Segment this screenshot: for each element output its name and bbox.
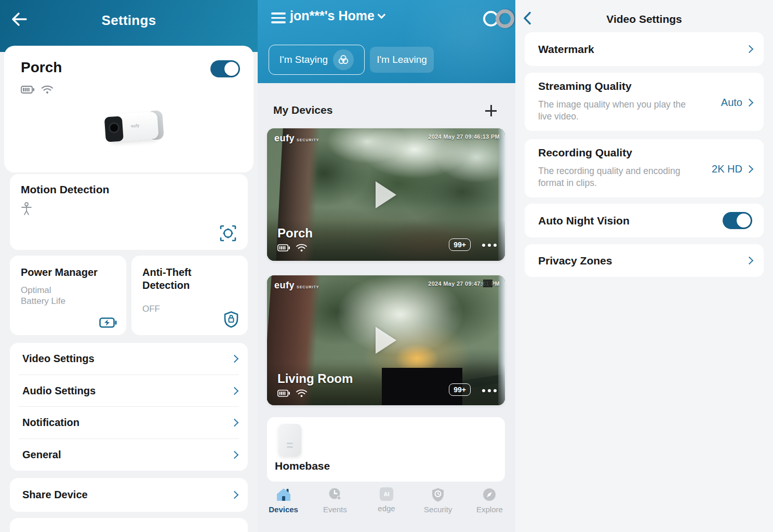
share-device-card: Share Device — [10, 478, 248, 512]
more-options-icon[interactable] — [482, 244, 497, 247]
share-thoughts-card: Share Your Thoughts — [10, 518, 248, 532]
battery-icon — [277, 390, 290, 397]
explore-compass-icon — [482, 487, 497, 502]
nav-tab-security[interactable]: Security — [412, 483, 464, 525]
settings-header: Settings — [0, 0, 258, 52]
battery-bolt-icon — [99, 317, 117, 328]
events-clock-icon — [328, 487, 342, 502]
auto-night-vision-row: Auto Night Vision — [525, 204, 764, 237]
event-count-badge[interactable]: 99+ — [449, 238, 471, 251]
wifi-icon — [296, 389, 307, 397]
device-summary-card: Porch eufy — [4, 46, 254, 172]
shield-lock-icon — [224, 311, 238, 328]
event-count-badge[interactable]: 99+ — [449, 383, 471, 396]
recording-quality-value[interactable]: 2K HD — [712, 163, 752, 175]
home-panel: jon***'s Home I'm Staying I'm Leaving — [258, 0, 515, 532]
app-screenshot: Settings Porch — [0, 0, 773, 532]
battery-icon — [277, 244, 290, 251]
security-shield-icon — [431, 487, 445, 502]
home-name: jon***'s Home — [290, 8, 375, 23]
anti-theft-card[interactable]: Anti-Theft Detection OFF — [131, 256, 248, 335]
anti-theft-status: OFF — [142, 303, 160, 314]
power-manager-subtitle-1: Optimal — [21, 285, 51, 296]
detection-zone-icon[interactable] — [220, 225, 236, 242]
privacy-zones-row[interactable]: Privacy Zones — [525, 244, 764, 277]
nav-tab-events[interactable]: Events — [309, 483, 361, 525]
device-card-status-icons — [277, 244, 307, 252]
bottom-nav: Devices Events AI edge S — [258, 483, 515, 525]
device-status-icons — [21, 85, 53, 94]
im-staying-button[interactable]: I'm Staying — [269, 45, 365, 75]
device-card-status-icons — [277, 389, 307, 397]
camera-product-image: eufy — [102, 102, 163, 150]
homebase-label: Homebase — [275, 460, 330, 472]
play-icon[interactable] — [376, 327, 396, 354]
menu-icon[interactable] — [271, 12, 286, 26]
recording-quality-desc: The recording quality and encoding forma… — [538, 165, 699, 189]
chevron-right-icon — [745, 257, 754, 265]
chevron-right-icon — [231, 419, 239, 427]
settings-panel: Settings Porch — [0, 0, 258, 532]
nav-tab-edge[interactable]: AI edge — [361, 483, 412, 525]
recording-quality-title: Recording Quality — [538, 147, 632, 159]
device-name: Porch — [21, 59, 62, 76]
streaming-quality-title: Streaming Quality — [538, 80, 632, 92]
recording-quality-row[interactable]: Recording Quality The recording quality … — [525, 139, 764, 197]
menu-item-video-settings[interactable]: Video Settings — [10, 343, 248, 375]
power-manager-card[interactable]: Power Manager Optimal Battery Life — [10, 256, 126, 335]
home-header: jon***'s Home I'm Staying I'm Leaving — [258, 0, 515, 83]
menu-item-share-device[interactable]: Share Device — [10, 478, 248, 512]
chevron-right-icon — [231, 355, 239, 363]
motion-detection-card[interactable]: Motion Detection — [10, 174, 248, 250]
chevron-right-icon — [231, 387, 239, 395]
settings-menu-card: Video Settings Audio Settings Notificati… — [10, 343, 248, 471]
streaming-quality-value[interactable]: Auto — [721, 97, 752, 109]
ai-edge-icon: AI — [380, 487, 393, 501]
brand-rings-logo[interactable] — [483, 8, 514, 30]
motion-detection-title: Motion Detection — [21, 183, 109, 196]
chevron-right-icon — [231, 450, 239, 459]
im-leaving-button[interactable]: I'm Leaving — [370, 47, 434, 73]
chevron-down-icon — [378, 11, 386, 19]
device-card-living-room[interactable]: eufy SECURITY 2024 May 27 09:47:01 PM Li… — [267, 275, 505, 405]
menu-item-notification[interactable]: Notification — [10, 407, 248, 439]
nav-tab-explore[interactable]: Explore — [464, 483, 515, 525]
section-title: My Devices — [273, 104, 332, 116]
auto-night-vision-toggle[interactable] — [723, 212, 752, 229]
device-card-name: Porch — [277, 226, 313, 241]
timestamp: 2024 May 27 09:46:13 PM — [428, 134, 500, 140]
chevron-right-icon — [745, 99, 754, 107]
wifi-icon — [296, 244, 307, 252]
add-device-button[interactable] — [485, 105, 497, 116]
chevron-right-icon — [231, 491, 239, 499]
streaming-quality-desc: The image quality when you play the live… — [538, 99, 699, 123]
nav-tab-devices[interactable]: Devices — [258, 483, 309, 525]
chevron-right-icon — [745, 165, 754, 174]
power-manager-subtitle-2: Battery Life — [21, 296, 65, 307]
battery-icon — [21, 86, 34, 94]
camera-brand-text: eufy — [131, 123, 140, 128]
streaming-quality-row[interactable]: Streaming Quality The image quality when… — [525, 73, 764, 131]
watermark-row[interactable]: Watermark — [525, 32, 764, 66]
more-options-icon[interactable] — [482, 389, 497, 392]
homebase-product-image — [278, 424, 301, 456]
video-settings-panel: Video Settings Watermark Streaming Quali… — [515, 0, 773, 532]
eufy-watermark: eufy SECURITY — [274, 280, 319, 291]
home-selector[interactable]: jon***'s Home — [290, 8, 385, 23]
timestamp-obscured-box — [483, 280, 492, 287]
staying-mode-icon — [333, 49, 354, 70]
home-icon — [276, 487, 291, 502]
eufy-watermark: eufy SECURITY — [274, 133, 319, 144]
menu-item-general[interactable]: General — [10, 439, 248, 471]
device-card-name: Living Room — [277, 371, 353, 386]
play-icon[interactable] — [376, 181, 396, 208]
homebase-card[interactable]: Homebase — [267, 417, 505, 482]
anti-theft-title: Anti-Theft Detection — [142, 266, 236, 292]
device-card-porch[interactable]: eufy SECURITY 2024 May 27 09:46:13 PM Po… — [267, 128, 505, 261]
power-manager-title: Power Manager — [21, 266, 114, 279]
chevron-right-icon — [745, 45, 754, 54]
menu-item-audio-settings[interactable]: Audio Settings — [10, 375, 248, 407]
menu-item-share-thoughts[interactable]: Share Your Thoughts — [10, 518, 248, 532]
device-enable-toggle[interactable] — [210, 60, 240, 77]
wifi-icon — [42, 85, 53, 94]
